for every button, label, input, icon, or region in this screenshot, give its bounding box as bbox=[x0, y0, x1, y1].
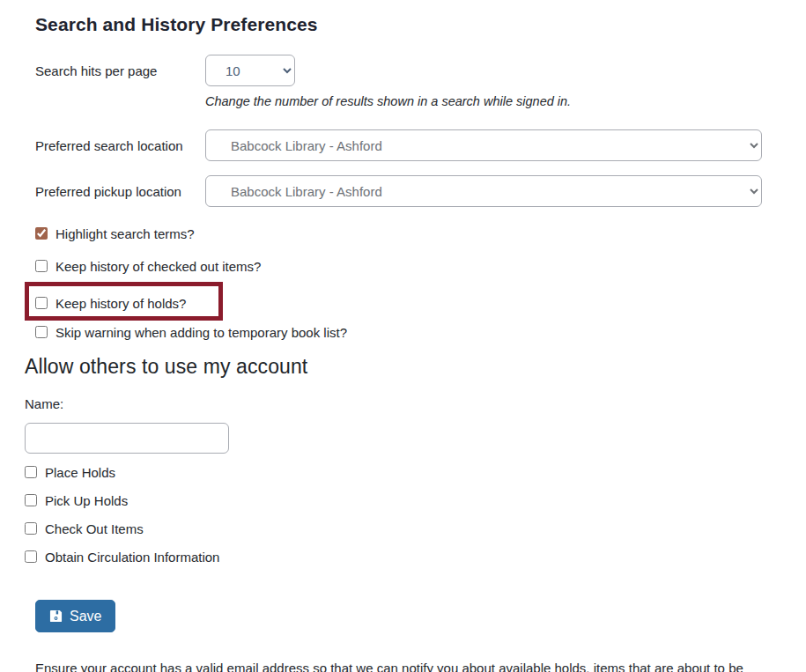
obtain-circulation-info-checkbox[interactable] bbox=[25, 550, 37, 563]
preferred-search-location-label: Preferred search location bbox=[35, 138, 205, 153]
allow-others-checkbox-group: Place Holds Pick Up Holds Check Out Item… bbox=[25, 462, 771, 566]
pick-up-holds-row[interactable]: Pick Up Holds bbox=[25, 491, 771, 510]
preferred-search-location-select[interactable]: Babcock Library - Ashford bbox=[205, 129, 762, 161]
search-hits-label: Search hits per page bbox=[35, 63, 205, 78]
preferred-pickup-location-label: Preferred pickup location bbox=[35, 184, 205, 199]
preferred-pickup-location-select[interactable]: Babcock Library - Ashford bbox=[205, 175, 762, 207]
page-title: Search and History Preferences bbox=[35, 14, 771, 35]
pick-up-holds-label: Pick Up Holds bbox=[45, 493, 128, 508]
check-out-items-checkbox[interactable] bbox=[25, 522, 37, 535]
save-button[interactable]: Save bbox=[35, 600, 115, 632]
obtain-circulation-info-row[interactable]: Obtain Circulation Information bbox=[25, 547, 771, 566]
search-hits-select[interactable]: 10 bbox=[205, 55, 295, 86]
highlight-search-terms-label: Highlight search terms? bbox=[55, 226, 195, 241]
highlight-search-terms-row[interactable]: Highlight search terms? bbox=[35, 224, 771, 243]
pick-up-holds-checkbox[interactable] bbox=[25, 494, 37, 506]
allow-others-section-title: Allow others to use my account bbox=[25, 355, 771, 379]
save-button-label: Save bbox=[70, 609, 101, 624]
skip-warning-checkbox[interactable] bbox=[35, 326, 48, 338]
place-holds-row[interactable]: Place Holds bbox=[25, 462, 771, 482]
obtain-circulation-info-label: Obtain Circulation Information bbox=[45, 550, 219, 565]
keep-history-checked-out-label: Keep history of checked out items? bbox=[55, 259, 261, 274]
check-out-items-row[interactable]: Check Out Items bbox=[25, 519, 771, 538]
preferred-search-location-row: Preferred search location Babcock Librar… bbox=[35, 129, 771, 161]
footer-note: Ensure your account has a valid email ad… bbox=[35, 655, 759, 672]
search-prefs-checkbox-group: Highlight search terms? Keep history of … bbox=[35, 224, 771, 342]
name-input[interactable] bbox=[25, 423, 229, 454]
skip-warning-label: Skip warning when adding to temporary bo… bbox=[55, 325, 347, 340]
keep-history-holds-row[interactable]: Keep history of holds? bbox=[35, 293, 186, 313]
skip-warning-row[interactable]: Skip warning when adding to temporary bo… bbox=[35, 322, 771, 342]
highlight-search-terms-checkbox[interactable] bbox=[35, 227, 48, 240]
name-label: Name: bbox=[25, 396, 771, 411]
search-hits-row: Search hits per page 10 bbox=[35, 55, 771, 86]
account-preferences-page: Search and History Preferences Search hi… bbox=[0, 0, 806, 672]
search-hits-help-text: Change the number of results shown in a … bbox=[205, 94, 771, 129]
keep-history-checked-out-checkbox[interactable] bbox=[35, 260, 48, 272]
place-holds-label: Place Holds bbox=[45, 465, 115, 480]
check-out-items-label: Check Out Items bbox=[45, 521, 144, 536]
keep-history-holds-label: Keep history of holds? bbox=[55, 296, 186, 311]
place-holds-checkbox[interactable] bbox=[25, 466, 37, 478]
keep-history-checked-out-row[interactable]: Keep history of checked out items? bbox=[35, 256, 771, 276]
preferred-pickup-location-row: Preferred pickup location Babcock Librar… bbox=[35, 175, 771, 207]
annotation-highlight-box: Keep history of holds? bbox=[25, 282, 223, 321]
floppy-disk-icon bbox=[49, 609, 63, 623]
keep-history-holds-checkbox[interactable] bbox=[35, 297, 48, 309]
